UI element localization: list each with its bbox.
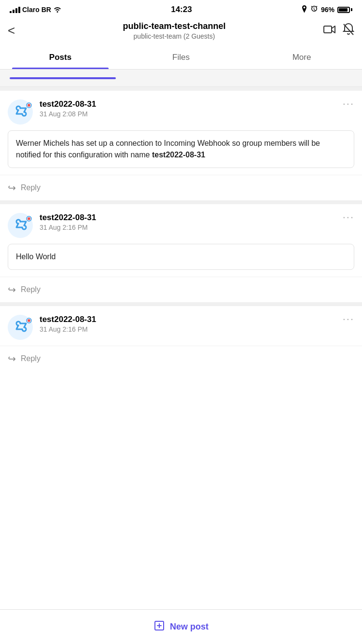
message-bubble: Werner Michels has set up a connection t… <box>8 130 354 168</box>
reply-button[interactable]: ↩ Reply <box>0 346 362 371</box>
message-more-button[interactable]: ··· <box>343 98 354 110</box>
status-left: Claro BR <box>10 6 62 14</box>
messages-list: test2022-08-31 31 Aug 2:08 PM ··· Werner… <box>0 87 362 410</box>
reply-label: Reply <box>21 285 41 294</box>
message-bubble: Hello World <box>8 244 354 270</box>
reply-label: Reply <box>21 354 41 363</box>
tab-files[interactable]: Files <box>121 46 241 69</box>
channel-tabs: Posts Files More <box>0 46 362 70</box>
avatar <box>8 315 33 340</box>
message-item: test2022-08-31 31 Aug 2:16 PM ··· Hello … <box>0 204 362 270</box>
signal-icon <box>10 7 20 13</box>
message-username: test2022-08-31 <box>40 213 336 223</box>
tab-posts[interactable]: Posts <box>0 46 121 69</box>
message-more-button[interactable]: ··· <box>343 313 354 325</box>
scroll-bar <box>10 77 116 79</box>
channel-header: < public-team-test-channel public-test-t… <box>0 17 362 46</box>
carrier-name: Claro BR <box>22 6 51 14</box>
back-button[interactable]: < <box>8 23 25 38</box>
message-time: 31 Aug 2:16 PM <box>40 224 336 231</box>
notification-mute-icon[interactable] <box>343 23 354 39</box>
message-body-bold: test2022-08-31 <box>152 151 205 159</box>
message-meta: test2022-08-31 31 Aug 2:16 PM <box>40 213 336 231</box>
reply-button[interactable]: ↩ Reply <box>0 277 362 302</box>
message-item: test2022-08-31 31 Aug 2:08 PM ··· Werner… <box>0 91 362 168</box>
svg-point-7 <box>28 217 30 220</box>
reply-button[interactable]: ↩ Reply <box>0 175 362 200</box>
team-name: public-test-team (2 Guests) <box>25 32 323 40</box>
svg-point-4 <box>28 104 30 107</box>
avatar <box>8 213 33 238</box>
alarm-icon <box>310 5 318 14</box>
section-separator-2 <box>0 200 362 204</box>
message-username: test2022-08-31 <box>40 99 336 109</box>
message-time: 31 Aug 2:16 PM <box>40 325 336 333</box>
battery-icon <box>337 7 352 13</box>
message-body-text: Hello World <box>16 252 56 261</box>
new-post-bar: New post <box>0 609 362 644</box>
avatar <box>8 99 33 125</box>
channel-name: public-team-test-channel <box>25 21 323 31</box>
status-right: 96% <box>301 5 352 14</box>
section-separator-1 <box>0 87 362 91</box>
status-bar: Claro BR 14:23 96% <box>0 0 362 17</box>
reply-icon: ↩ <box>8 284 16 295</box>
message-username: test2022-08-31 <box>40 315 336 324</box>
message-time: 31 Aug 2:08 PM <box>40 110 336 118</box>
section-separator-3 <box>0 302 362 306</box>
message-meta: test2022-08-31 31 Aug 2:16 PM <box>40 315 336 333</box>
message-meta: test2022-08-31 31 Aug 2:08 PM <box>40 99 336 118</box>
battery-percentage: 96% <box>321 6 334 14</box>
reply-label: Reply <box>21 183 41 192</box>
scroll-indicator <box>0 70 362 87</box>
message-more-button[interactable]: ··· <box>343 211 354 224</box>
wifi-icon <box>53 6 62 14</box>
new-post-icon <box>153 620 165 634</box>
reply-icon: ↩ <box>8 182 16 194</box>
header-icons <box>323 23 354 39</box>
header-title-area: public-team-test-channel public-test-tea… <box>25 21 323 40</box>
reply-icon: ↩ <box>8 353 16 364</box>
message-header: test2022-08-31 31 Aug 2:16 PM ··· <box>8 213 354 238</box>
location-icon <box>301 5 307 14</box>
message-header: test2022-08-31 31 Aug 2:16 PM ··· <box>8 315 354 340</box>
video-call-icon[interactable] <box>323 25 336 37</box>
new-post-label[interactable]: New post <box>170 622 209 632</box>
status-time: 14:23 <box>171 5 192 14</box>
message-header: test2022-08-31 31 Aug 2:08 PM ··· <box>8 99 354 125</box>
svg-point-10 <box>28 319 30 322</box>
message-item: test2022-08-31 31 Aug 2:16 PM ··· <box>0 306 362 340</box>
tab-more[interactable]: More <box>241 46 362 69</box>
svg-rect-0 <box>324 26 332 33</box>
